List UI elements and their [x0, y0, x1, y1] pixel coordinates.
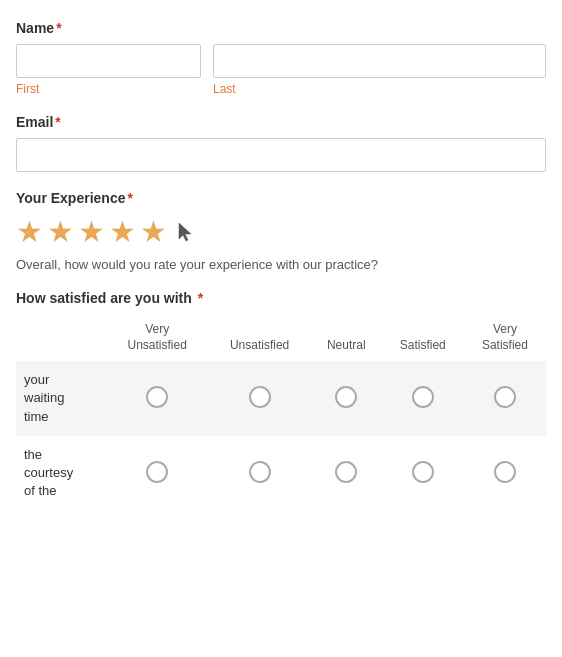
email-section: Email* — [16, 114, 546, 172]
star-5[interactable]: ★ — [140, 214, 167, 249]
radio-waiting-satisfied[interactable] — [412, 386, 434, 408]
cell-waiting-very-satisfied — [464, 361, 546, 436]
header-row-label — [16, 318, 106, 361]
radio-courtesy-unsatisfied[interactable] — [249, 461, 271, 483]
satisfaction-title: How satisfied are you with * — [16, 290, 546, 306]
name-section: Name* First Last — [16, 20, 546, 96]
last-label: Last — [213, 82, 546, 96]
header-satisfied: Satisfied — [382, 318, 464, 361]
email-input[interactable] — [16, 138, 546, 172]
table-row: yourwaitingtime — [16, 361, 546, 436]
name-required: * — [56, 20, 61, 36]
row-waiting-label: yourwaitingtime — [16, 361, 106, 436]
experience-required: * — [127, 190, 132, 206]
first-name-col: First — [16, 44, 201, 96]
first-label: First — [16, 82, 201, 96]
satisfaction-required: * — [198, 290, 203, 306]
star-1[interactable]: ★ — [16, 214, 43, 249]
header-neutral: Neutral — [311, 318, 382, 361]
experience-section: Your Experience* ★ ★ ★ ★ ★ Overall, how … — [16, 190, 546, 272]
name-label: Name* — [16, 20, 546, 36]
row-courtesy-label: thecourtesyof the — [16, 436, 106, 511]
radio-courtesy-very-satisfied[interactable] — [494, 461, 516, 483]
radio-waiting-very-satisfied[interactable] — [494, 386, 516, 408]
cell-courtesy-unsatisfied — [208, 436, 310, 511]
cell-courtesy-neutral — [311, 436, 382, 511]
radio-courtesy-very-unsatisfied[interactable] — [146, 461, 168, 483]
last-name-input[interactable] — [213, 44, 546, 78]
header-very-satisfied: VerySatisfied — [464, 318, 546, 361]
email-required: * — [55, 114, 60, 130]
star-rating: ★ ★ ★ ★ ★ — [16, 214, 546, 249]
satisfaction-section: How satisfied are you with * VeryUnsatis… — [16, 290, 546, 510]
header-unsatisfied: Unsatisfied — [208, 318, 310, 361]
cell-courtesy-very-unsatisfied — [106, 436, 208, 511]
star-3[interactable]: ★ — [78, 214, 105, 249]
experience-label: Your Experience* — [16, 190, 546, 206]
radio-waiting-unsatisfied[interactable] — [249, 386, 271, 408]
cursor-icon — [177, 221, 193, 243]
first-name-input[interactable] — [16, 44, 201, 78]
cell-waiting-neutral — [311, 361, 382, 436]
cell-waiting-very-unsatisfied — [106, 361, 208, 436]
radio-courtesy-neutral[interactable] — [335, 461, 357, 483]
cell-courtesy-very-satisfied — [464, 436, 546, 511]
satisfaction-table: VeryUnsatisfied Unsatisfied Neutral Sati… — [16, 318, 546, 510]
radio-waiting-very-unsatisfied[interactable] — [146, 386, 168, 408]
radio-waiting-neutral[interactable] — [335, 386, 357, 408]
cell-waiting-unsatisfied — [208, 361, 310, 436]
cell-courtesy-satisfied — [382, 436, 464, 511]
radio-courtesy-satisfied[interactable] — [412, 461, 434, 483]
email-label: Email* — [16, 114, 546, 130]
name-row: First Last — [16, 44, 546, 96]
satisfaction-header-row: VeryUnsatisfied Unsatisfied Neutral Sati… — [16, 318, 546, 361]
header-very-unsatisfied: VeryUnsatisfied — [106, 318, 208, 361]
cell-waiting-satisfied — [382, 361, 464, 436]
star-2[interactable]: ★ — [47, 214, 74, 249]
star-4[interactable]: ★ — [109, 214, 136, 249]
experience-hint: Overall, how would you rate your experie… — [16, 257, 546, 272]
last-name-col: Last — [213, 44, 546, 96]
table-row: thecourtesyof the — [16, 436, 546, 511]
